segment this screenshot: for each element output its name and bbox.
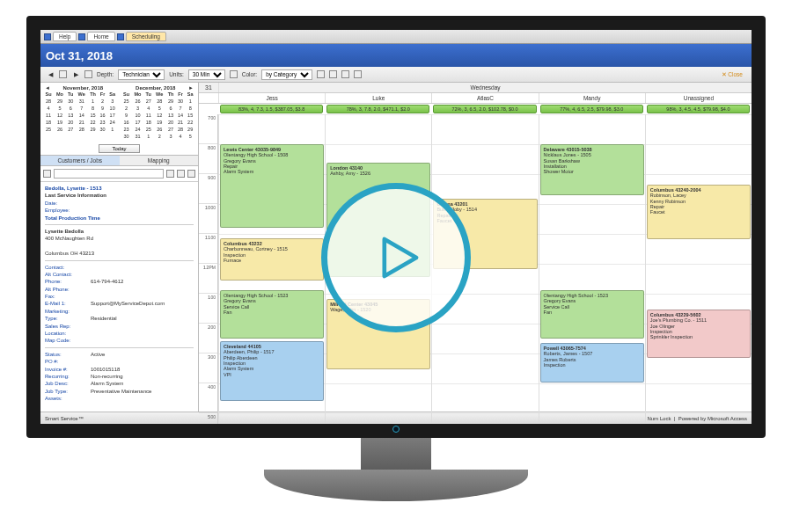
app-icon bbox=[44, 33, 51, 40]
resource-column[interactable]: Lewis Center 43035-9849Olentangy High Sc… bbox=[218, 114, 325, 424]
appointment[interactable]: Columbus 43229-5602Joe's Plumbing Co. - … bbox=[647, 310, 751, 358]
time-label: 300 bbox=[199, 353, 217, 383]
monitor-neck bbox=[361, 438, 431, 473]
time-label: 800 bbox=[199, 144, 217, 174]
search-go-icon[interactable] bbox=[166, 170, 174, 178]
tab-customers-jobs[interactable]: Customers / Jobs bbox=[40, 156, 120, 165]
mini-calendar-right[interactable]: December, 2018► SuMoTuWeThFrSa2526272829… bbox=[121, 85, 196, 140]
appointment[interactable]: Lewis Center 43035-9849Olentangy High Sc… bbox=[220, 144, 324, 228]
color-select[interactable]: by Category bbox=[261, 69, 312, 80]
monitor-base bbox=[264, 470, 528, 501]
time-label: 12PM bbox=[199, 264, 217, 294]
depth-select[interactable]: Technician bbox=[118, 69, 165, 80]
appointment[interactable]: Delaware 43015-5038Nicklaus Jones - 1505… bbox=[540, 144, 644, 195]
cal-prev-icon[interactable]: ◄ bbox=[45, 85, 50, 91]
search-input[interactable] bbox=[54, 169, 164, 179]
resource-header[interactable]: Mandy bbox=[539, 93, 645, 103]
time-label: 400 bbox=[199, 383, 217, 413]
tool-button[interactable] bbox=[354, 70, 362, 78]
prev-day-button[interactable]: ◀ bbox=[46, 71, 55, 78]
today-button[interactable]: Today bbox=[99, 144, 139, 153]
tool-button[interactable] bbox=[317, 70, 325, 78]
status-left: Smart Service™ bbox=[45, 416, 84, 421]
time-label: 1000 bbox=[199, 204, 217, 234]
toolbar: ◀ ▶ Depth: Technician Units: 30 Min Colo… bbox=[40, 67, 752, 83]
time-label: 700 bbox=[199, 114, 217, 144]
print-icon[interactable] bbox=[177, 170, 185, 178]
appointment[interactable]: Columbus 43232Charbonneau, Cortney - 151… bbox=[220, 238, 324, 281]
resource-column[interactable]: Columbus 43240-2004Robinson, LaceyKenny … bbox=[645, 114, 752, 424]
customer-title[interactable]: Bedolla, Lysette - 1513 bbox=[45, 185, 194, 192]
time-label: 100 bbox=[199, 294, 217, 324]
units-label: Units: bbox=[169, 71, 184, 77]
resource-column[interactable]: Delaware 43015-5038Nicklaus Jones - 1505… bbox=[539, 114, 645, 424]
time-label: 200 bbox=[199, 324, 217, 353]
refresh-button[interactable] bbox=[84, 70, 92, 78]
next-day-button[interactable]: ▶ bbox=[71, 71, 80, 78]
utilization-bar: 83%, 4, 7.3, 1.5, $387.05, $3.8 bbox=[220, 105, 323, 113]
tool-button[interactable] bbox=[329, 70, 337, 78]
search-icon[interactable] bbox=[43, 170, 51, 178]
tab-help[interactable]: Help bbox=[53, 32, 77, 41]
tab-mapping[interactable]: Mapping bbox=[120, 156, 199, 165]
appointment[interactable]: Olentangy High School - 1523Gregory Evan… bbox=[220, 290, 324, 339]
appointment[interactable]: Olentangy High School - 1523Gregory Evan… bbox=[540, 290, 644, 339]
settings-icon[interactable] bbox=[187, 170, 195, 178]
tab-scheduling[interactable]: Scheduling bbox=[126, 32, 166, 41]
resource-header[interactable]: Unassigned bbox=[645, 93, 752, 103]
appointment[interactable]: Columbus 43240-2004Robinson, LaceyKenny … bbox=[647, 185, 751, 239]
utilization-bar: 77%, 4, 6.5, 2.5, $79.98, $3.0 bbox=[540, 105, 643, 113]
date-title: Oct 31, 2018 bbox=[40, 44, 752, 67]
resource-header[interactable]: AtlasC bbox=[431, 93, 538, 103]
app-icon bbox=[78, 33, 85, 40]
mini-calendar-left[interactable]: ◄November, 2018 SuMoTuWeThFrSa2829303112… bbox=[43, 85, 118, 140]
tool-button[interactable] bbox=[230, 70, 238, 78]
monitor-led-icon bbox=[392, 426, 400, 433]
day-number: 31 bbox=[199, 83, 218, 92]
color-label: Color: bbox=[242, 71, 257, 77]
utilization-bar: 98%, 3, 4.5, 4.5, $79.98, $4.0 bbox=[647, 105, 750, 113]
time-label: 500 bbox=[199, 413, 217, 424]
calendar-area: 31 Wednesday JessLukeAtlasCMandyUnassign… bbox=[199, 83, 752, 412]
app-icon bbox=[117, 33, 124, 40]
time-label: 1100 bbox=[199, 234, 217, 264]
appointment[interactable]: Cleveland 44105Aberdeen, Philip - 1517Ph… bbox=[220, 341, 324, 401]
depth-label: Depth: bbox=[97, 71, 114, 77]
cal-next-icon[interactable]: ► bbox=[188, 85, 194, 91]
window-tab-bar: Help Home Scheduling bbox=[40, 30, 752, 44]
customer-info-panel: Bedolla, Lysette - 1513 Last Service Inf… bbox=[40, 182, 198, 412]
pick-date-button[interactable] bbox=[59, 70, 67, 78]
appointment[interactable]: Powell 43065-7574Roberts, James - 1507Ja… bbox=[540, 343, 644, 383]
svg-marker-0 bbox=[385, 238, 416, 275]
utilization-bar: 72%, 3, 6.5, 2.0, $102.78, $0.0 bbox=[433, 105, 536, 113]
resource-header[interactable]: Luke bbox=[325, 93, 431, 103]
units-select[interactable]: 30 Min bbox=[188, 69, 225, 80]
tool-button[interactable] bbox=[341, 70, 349, 78]
sidebar: ◄November, 2018 SuMoTuWeThFrSa2829303112… bbox=[40, 83, 199, 412]
close-button[interactable]: ✕ Close bbox=[718, 71, 746, 78]
weekday-label: Wednesday bbox=[218, 83, 752, 92]
resource-header[interactable]: Jess bbox=[218, 93, 325, 103]
time-label: 900 bbox=[199, 174, 217, 204]
tab-home[interactable]: Home bbox=[87, 32, 114, 41]
utilization-bar: 78%, 3, 7.8, 2.0, $471.1, $2.0 bbox=[326, 105, 429, 113]
play-button[interactable] bbox=[321, 183, 471, 332]
